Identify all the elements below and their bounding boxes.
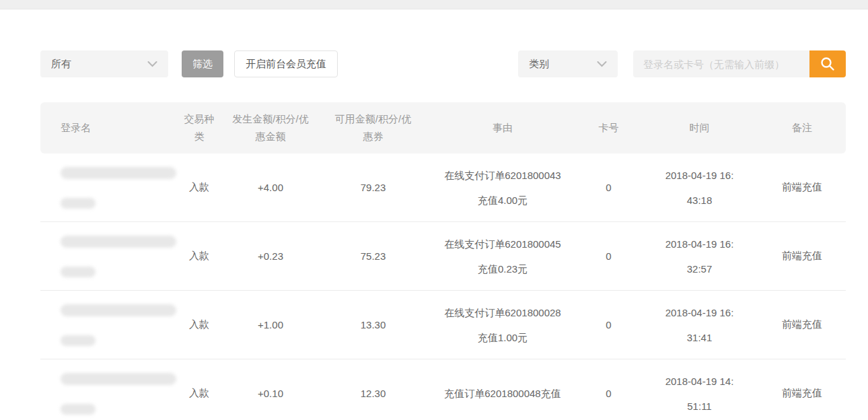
amount-change-cell: +4.00 [223, 153, 318, 221]
amount-change-cell: +0.23 [223, 222, 318, 290]
card-number-cell: 0 [577, 222, 641, 290]
category-select[interactable]: 类别 [518, 50, 618, 77]
redacted-login-name [61, 198, 96, 209]
header-reason: 事由 [429, 119, 577, 137]
transaction-type-cell: 入款 [175, 222, 223, 290]
recharge-log-page: 所有 筛选 开启前台会员充值 类别 [0, 0, 868, 420]
note-cell: 前端充值 [758, 291, 846, 359]
transactions-table: 登录名 交易种 类 发生金额/积分/优 惠金额 可用金额/积分/优 惠券 事由 [40, 102, 846, 420]
amount-change-cell: +0.10 [223, 359, 318, 420]
search-button[interactable] [809, 50, 846, 77]
login-name-cell [40, 359, 175, 420]
transaction-type-cell: 入款 [175, 153, 223, 221]
reason-cell: 在线支付订单6201800028 充值1.00元 [429, 291, 577, 359]
header-transaction-type: 交易种 类 [175, 110, 223, 145]
search-input[interactable] [633, 50, 809, 77]
chevron-down-icon [147, 61, 157, 67]
transaction-type-cell: 入款 [175, 359, 223, 420]
reason-cell: 在线支付订单6201800045 充值0.23元 [429, 222, 577, 290]
login-name-cell [40, 291, 175, 359]
note-cell: 前端充值 [758, 153, 846, 221]
card-number-cell: 0 [577, 291, 641, 359]
time-cell: 2018-04-19 14: 51:11 [641, 359, 758, 420]
chevron-down-icon [597, 61, 607, 67]
header-card-number: 卡号 [577, 119, 641, 137]
transaction-type-cell: 入款 [175, 291, 223, 359]
redacted-login-name [61, 167, 176, 179]
time-cell: 2018-04-19 16: 32:57 [641, 222, 758, 290]
table-row: 入款 +0.23 75.23 在线支付订单6201800045 充值0.23元 … [40, 222, 846, 291]
reason-cell: 充值订单6201800048充值 [429, 359, 577, 420]
redacted-login-name [61, 267, 96, 277]
note-cell: 前端充值 [758, 222, 846, 290]
table-row: 入款 +1.00 13.30 在线支付订单6201800028 充值1.00元 … [40, 291, 846, 359]
filter-type-select-value: 所有 [51, 58, 71, 71]
redacted-login-name [61, 236, 176, 248]
redacted-login-name [61, 373, 176, 385]
card-number-cell: 0 [577, 359, 641, 420]
toolbar: 所有 筛选 开启前台会员充值 类别 [40, 50, 846, 77]
available-amount-cell: 12.30 [318, 359, 429, 420]
header-available-amount: 可用金额/积分/优 惠券 [318, 110, 429, 145]
filter-type-select[interactable]: 所有 [40, 50, 168, 77]
table-row: 入款 +4.00 79.23 在线支付订单6201800043 充值4.00元 … [40, 153, 846, 222]
header-login-name: 登录名 [40, 119, 175, 137]
page-top-strip [0, 0, 868, 9]
card-number-cell: 0 [577, 153, 641, 221]
filter-button[interactable]: 筛选 [182, 50, 223, 77]
front-recharge-checkbox-label: 开启前台会员充值 [246, 58, 326, 71]
reason-cell: 在线支付订单6201800043 充值4.00元 [429, 153, 577, 221]
login-name-cell [40, 153, 175, 221]
available-amount-cell: 13.30 [318, 291, 429, 359]
table-header-row: 登录名 交易种 类 发生金额/积分/优 惠金额 可用金额/积分/优 惠券 事由 [40, 102, 846, 153]
header-amount-change: 发生金额/积分/优 惠金额 [223, 110, 318, 145]
category-select-value: 类别 [529, 58, 549, 71]
redacted-login-name [61, 335, 96, 346]
table-row: 入款 +0.10 12.30 充值订单6201800048充值 0 2018-0… [40, 359, 846, 420]
header-note: 备注 [758, 119, 846, 137]
content-card: 所有 筛选 开启前台会员充值 类别 [0, 50, 868, 420]
login-name-cell [40, 222, 175, 290]
amount-change-cell: +1.00 [223, 291, 318, 359]
available-amount-cell: 75.23 [318, 222, 429, 290]
redacted-login-name [61, 304, 176, 316]
available-amount-cell: 79.23 [318, 153, 429, 221]
time-cell: 2018-04-19 16: 43:18 [641, 153, 758, 221]
front-recharge-checkbox-group[interactable]: 开启前台会员充值 [234, 50, 338, 77]
time-cell: 2018-04-19 16: 31:41 [641, 291, 758, 359]
header-time: 时间 [641, 119, 758, 137]
search-group [633, 50, 846, 77]
redacted-login-name [61, 404, 96, 415]
search-icon [820, 56, 836, 72]
note-cell: 前端充值 [758, 359, 846, 420]
